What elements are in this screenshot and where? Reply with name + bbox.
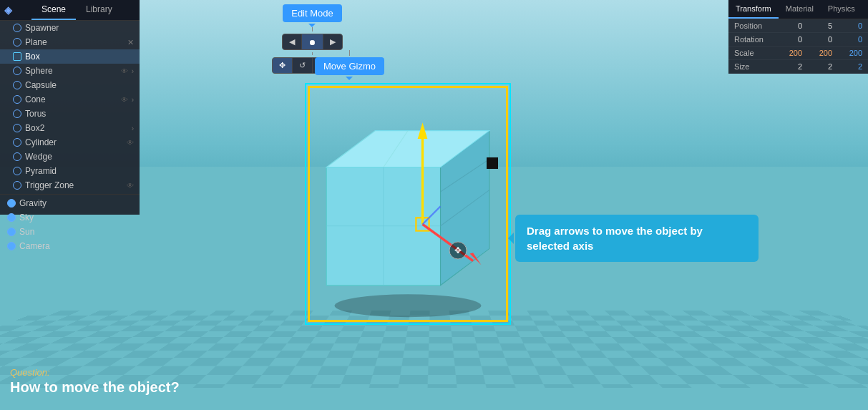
eye-icon[interactable]: 👁 xyxy=(127,139,134,147)
right-tab-physics[interactable]: Physics xyxy=(821,0,862,19)
close-icon[interactable]: ✕ xyxy=(127,38,134,47)
scene-item-pyramid[interactable]: Pyramid xyxy=(0,164,140,178)
size-z[interactable]: 2 xyxy=(835,62,862,71)
scene-item-label: Box xyxy=(25,52,134,62)
transform-props: Position 0 5 0 Rotation 0 0 0 Scale 200 … xyxy=(728,19,868,74)
box-icon xyxy=(13,52,21,61)
rotation-y[interactable]: 0 xyxy=(805,35,832,44)
env-item-label: Sun xyxy=(19,227,134,237)
env-item-gravity[interactable]: Gravity xyxy=(0,196,140,210)
prop-row-rotation: Rotation 0 0 0 xyxy=(728,33,868,47)
size-label: Size xyxy=(734,62,772,71)
cursor-indicator xyxy=(487,157,498,169)
toolbar-btn-prev[interactable]: ◀ xyxy=(283,34,302,49)
bottom-text: Question: How to move the object? xyxy=(10,367,180,396)
env-item-camera[interactable]: Camera xyxy=(0,239,140,253)
scene-item-trigger_zone[interactable]: Trigger Zone👁 xyxy=(0,178,140,192)
right-tab-material[interactable]: Material xyxy=(779,0,821,19)
right-tab-bar: Transform Material Physics xyxy=(728,0,868,19)
section-divider xyxy=(0,194,140,195)
scene-list: SpawnerPlane✕BoxSphere👁›CapsuleCone👁›Tor… xyxy=(0,21,140,192)
rotation-z[interactable]: 0 xyxy=(835,35,862,44)
box-container[interactable]: ✥ xyxy=(308,86,508,322)
toolbar-btn-record[interactable]: ⏺ xyxy=(302,34,323,49)
svg-text:✥: ✥ xyxy=(454,245,462,255)
cube-svg xyxy=(308,86,508,322)
scale-label: Scale xyxy=(734,49,772,57)
scene-item-torus[interactable]: Torus xyxy=(0,107,140,121)
scene-item-capsule[interactable]: Capsule xyxy=(0,78,140,92)
circle-icon xyxy=(13,81,21,89)
prop-row-position: Position 0 5 0 xyxy=(728,19,868,33)
size-y[interactable]: 2 xyxy=(805,62,832,71)
circle-icon xyxy=(13,124,21,132)
tab-scene[interactable]: Scene xyxy=(31,0,76,20)
position-z[interactable]: 0 xyxy=(835,21,862,30)
scene-item-label: Box2 xyxy=(25,123,128,133)
circle-icon xyxy=(13,138,21,147)
move-cursor-icon: ✥ xyxy=(448,240,468,260)
right-tab-transform[interactable]: Transform xyxy=(728,0,779,19)
scene-item-plane[interactable]: Plane✕ xyxy=(0,35,140,49)
circle-icon xyxy=(13,109,21,118)
scene-item-box[interactable]: Box xyxy=(0,49,140,64)
scale-x[interactable]: 200 xyxy=(775,49,802,57)
sky-icon xyxy=(7,213,16,222)
question-label: Question: xyxy=(10,367,180,378)
scene-item-label: Capsule xyxy=(25,80,134,90)
position-x[interactable]: 0 xyxy=(775,21,802,30)
scene-item-cylinder[interactable]: Cylinder👁 xyxy=(0,135,140,150)
toolbar-btn-move[interactable]: ✥ xyxy=(273,58,293,73)
env-list: GravitySkySunCamera xyxy=(0,196,140,253)
eye-icon[interactable]: 👁 xyxy=(121,96,128,104)
scene-item-label: Torus xyxy=(25,109,134,119)
circle-icon xyxy=(13,95,21,104)
env-item-label: Camera xyxy=(19,241,134,251)
toolbar-row-1: ◀ ⏺ ▶ xyxy=(282,34,343,50)
arrow-icon[interactable]: › xyxy=(132,125,134,132)
scene-item-spawner[interactable]: Spawner xyxy=(0,21,140,35)
circle-icon xyxy=(13,24,21,32)
scene-item-label: Wedge xyxy=(25,152,134,162)
sun-icon xyxy=(7,228,16,236)
scene-item-label: Sphere xyxy=(25,66,117,76)
gravity-icon xyxy=(7,199,16,208)
tab-bar: ◈ Scene Library xyxy=(0,0,140,21)
circle-icon xyxy=(13,152,21,161)
tab-library[interactable]: Library xyxy=(76,0,122,20)
prop-row-size: Size 2 2 2 xyxy=(728,60,868,74)
env-item-sky[interactable]: Sky xyxy=(0,210,140,225)
rotation-label: Rotation xyxy=(734,35,772,44)
svg-point-0 xyxy=(335,294,482,317)
scene-item-label: Spawner xyxy=(25,23,134,33)
scene-item-cone[interactable]: Cone👁› xyxy=(0,92,140,107)
circle-icon xyxy=(13,38,21,47)
scale-y[interactable]: 200 xyxy=(805,49,832,57)
eye-icon[interactable]: 👁 xyxy=(121,67,128,75)
tab-bar-inner: Scene Library xyxy=(16,0,122,20)
position-y[interactable]: 5 xyxy=(805,21,832,30)
size-x[interactable]: 2 xyxy=(775,62,802,71)
move-gizmo-tooltip-box: Move Gizmo xyxy=(315,57,384,75)
app-logo-icon: ◈ xyxy=(4,4,12,16)
prop-row-scale: Scale 200 200 200 xyxy=(728,47,868,60)
scene-item-sphere[interactable]: Sphere👁› xyxy=(0,64,140,78)
scale-z[interactable]: 200 xyxy=(835,49,862,57)
env-item-label: Gravity xyxy=(19,198,134,208)
env-item-label: Sky xyxy=(19,213,134,223)
toolbar-btn-rotate[interactable]: ↺ xyxy=(293,58,313,73)
scene-item-label: Cylinder xyxy=(25,137,123,147)
eye-icon[interactable]: 👁 xyxy=(127,182,134,190)
scene-item-box2[interactable]: Box2› xyxy=(0,121,140,135)
rotation-x[interactable]: 0 xyxy=(775,35,802,44)
arrow-icon[interactable]: › xyxy=(132,96,134,104)
toolbar-btn-next[interactable]: ▶ xyxy=(323,34,342,49)
scene-item-label: Cone xyxy=(25,94,117,104)
position-label: Position xyxy=(734,21,772,30)
edit-mode-tooltip: Edit Mode xyxy=(283,4,342,22)
scene-item-wedge[interactable]: Wedge xyxy=(0,150,140,164)
env-item-sun[interactable]: Sun xyxy=(0,225,140,239)
arrow-icon[interactable]: › xyxy=(132,67,134,75)
circle-icon xyxy=(13,167,21,175)
left-panel: ◈ Scene Library SpawnerPlane✕BoxSphere👁›… xyxy=(0,0,140,215)
